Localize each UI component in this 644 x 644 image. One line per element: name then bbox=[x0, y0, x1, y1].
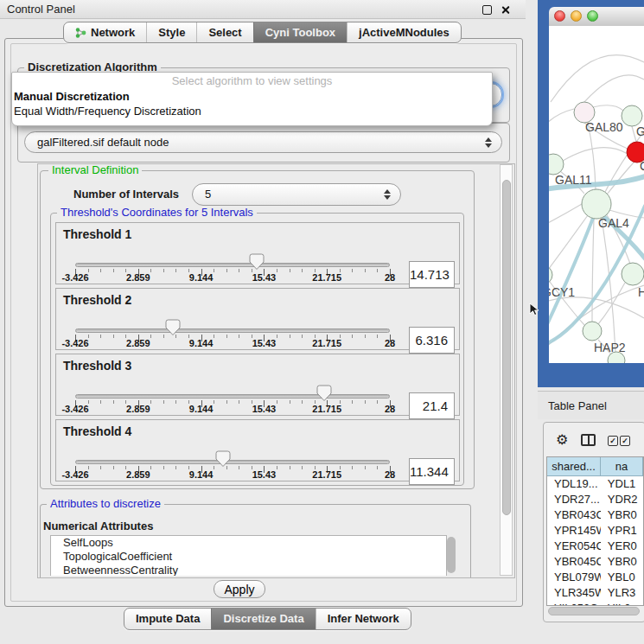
table-cell: YIL052C bbox=[547, 601, 601, 606]
table-row[interactable]: YDL19...YDL1 bbox=[547, 476, 643, 492]
table-row[interactable]: YER054CYER0 bbox=[547, 539, 643, 554]
attribute-item-topologicalcoefficient[interactable]: TopologicalCoefficient bbox=[51, 550, 446, 564]
threshold-panel-1: Threshold 1-3.4262.8599.14415.4321.71528… bbox=[55, 222, 460, 284]
table-cell: YER0 bbox=[601, 539, 643, 554]
table-horizontal-scrollbar[interactable] bbox=[548, 607, 640, 615]
tab-cyni-toolbox[interactable]: Cyni Toolbox bbox=[253, 22, 347, 42]
network-node-label: GAL4 bbox=[598, 216, 629, 230]
tab-discretize-data[interactable]: Discretize Data bbox=[211, 609, 315, 629]
table-column-header[interactable]: shared... bbox=[547, 457, 601, 476]
thresholds-group-title: Threshold's Coordinates for 5 Intervals bbox=[57, 207, 257, 219]
threshold-value-field[interactable]: 21.4 bbox=[409, 392, 455, 419]
threshold-slider-track[interactable] bbox=[75, 394, 390, 399]
tab-jactivemnodules[interactable]: jActiveMNodules bbox=[347, 22, 461, 42]
minimize-window-icon[interactable] bbox=[571, 10, 582, 22]
number-of-intervals-combobox[interactable]: 5 bbox=[192, 183, 401, 206]
slider-tick-labels: -3.4262.8599.14415.4321.71528 bbox=[75, 404, 390, 414]
discretize-tab-bar: Impute DataDiscretize DataInfer Network bbox=[124, 608, 411, 630]
network-graph: GAL80GCGAL11GAL4GCY1HHAP2 bbox=[549, 26, 644, 363]
table-row[interactable]: YBL079WYBL0 bbox=[547, 570, 643, 585]
dropdown-hint: Select algorithm to view settings bbox=[12, 73, 492, 89]
slider-thumb[interactable] bbox=[215, 450, 231, 468]
table-cell: YIL0 bbox=[601, 601, 643, 606]
table-row[interactable]: YLR345WYLR3 bbox=[547, 585, 643, 601]
table-cell: YBR0 bbox=[601, 507, 643, 523]
slider-thumb[interactable] bbox=[165, 319, 181, 336]
network-node-h[interactable] bbox=[622, 263, 644, 285]
float-window-icon[interactable] bbox=[482, 5, 492, 15]
tab-impute-data[interactable]: Impute Data bbox=[124, 609, 211, 629]
table-cell: YER054C bbox=[547, 539, 601, 554]
tab-style[interactable]: Style bbox=[146, 22, 196, 42]
close-window-icon[interactable] bbox=[554, 10, 565, 22]
dropdown-option-manual-discretization[interactable]: Manual Discretization bbox=[12, 89, 492, 104]
checkbox-icon[interactable]: ✓ bbox=[620, 436, 630, 446]
threshold-slider-track[interactable] bbox=[75, 328, 390, 333]
slider-thumb[interactable] bbox=[316, 385, 332, 402]
network-node-label: GAL80 bbox=[585, 120, 623, 134]
scrollbar-thumb[interactable] bbox=[502, 180, 511, 515]
table-row[interactable]: YBR045CYBR0 bbox=[547, 554, 643, 570]
network-view-canvas[interactable]: GAL80GCGAL11GAL4GCY1HHAP2 bbox=[549, 26, 644, 363]
attribute-item-betweennesscentrality[interactable]: BetweennessCentrality bbox=[51, 564, 446, 576]
tab-network[interactable]: Network bbox=[64, 22, 146, 42]
tab-infer-network[interactable]: Infer Network bbox=[316, 609, 411, 629]
table-cell: YPR145W bbox=[547, 523, 601, 539]
control-panel-title: Control Panel bbox=[7, 3, 75, 16]
threshold-panel-4: Threshold 4-3.4262.8599.14415.4321.71528… bbox=[55, 419, 460, 481]
node-attribute-table[interactable]: shared...na YDL19...YDL1YDR27...YDR2YBR0… bbox=[546, 456, 644, 606]
tab-select[interactable]: Select bbox=[196, 22, 252, 42]
network-node-hap2[interactable] bbox=[583, 322, 602, 341]
network-node-label: HAP2 bbox=[594, 341, 626, 354]
dropdown-option-equal-width-frequency-discretization[interactable]: Equal Width/Frequency Discretization bbox=[12, 104, 492, 118]
table-data-combobox[interactable]: galFiltered.sif default node bbox=[24, 131, 502, 153]
network-node-label: C bbox=[640, 159, 644, 173]
control-panel-titlebar[interactable]: Control Panel bbox=[0, 0, 526, 19]
network-node-gcy1[interactable] bbox=[549, 265, 552, 284]
threshold-slider-track[interactable] bbox=[75, 460, 390, 464]
number-of-intervals-value: 5 bbox=[205, 188, 211, 201]
table-cell: YBR043C bbox=[547, 507, 601, 523]
tab-label: Select bbox=[208, 23, 241, 42]
threshold-value-field[interactable]: 11.344 bbox=[409, 458, 455, 485]
network-edge bbox=[549, 297, 644, 318]
table-panel-title: Table Panel bbox=[548, 399, 607, 412]
table-panel-titlebar[interactable]: Table Panel bbox=[538, 391, 644, 419]
table-cell: YDL19... bbox=[547, 476, 601, 492]
table-row[interactable]: YIL052CYIL0 bbox=[547, 601, 643, 606]
table-cell: YDR2 bbox=[601, 492, 643, 507]
threshold-panel-2: Threshold 2-3.4262.8599.14415.4321.71528… bbox=[55, 288, 460, 350]
attribute-list-scrollbar[interactable] bbox=[447, 537, 456, 573]
gear-icon[interactable]: ⚙ bbox=[556, 431, 568, 449]
close-panel-icon[interactable] bbox=[501, 5, 510, 15]
threshold-label: Threshold 3 bbox=[63, 359, 131, 373]
tab-label: jActiveMNodules bbox=[359, 23, 450, 42]
network-edge bbox=[549, 109, 574, 128]
checkbox-icon[interactable]: ✓ bbox=[608, 436, 618, 446]
threshold-slider-track[interactable] bbox=[75, 263, 390, 267]
threshold-value-field[interactable]: 6.316 bbox=[409, 327, 455, 354]
network-node-label: GAL11 bbox=[555, 173, 592, 187]
tab-label: Style bbox=[158, 23, 185, 42]
attribute-item-selfloops[interactable]: SelfLoops bbox=[51, 536, 446, 550]
threshold-value-field[interactable]: 14.713 bbox=[409, 261, 455, 288]
network-node-g[interactable] bbox=[622, 105, 642, 126]
network-edge bbox=[584, 75, 644, 102]
combobox-arrows-icon bbox=[384, 188, 391, 201]
table-row[interactable]: YPR145WYPR1 bbox=[547, 523, 643, 539]
network-node-gal4[interactable] bbox=[582, 189, 611, 219]
settings-vertical-scrollbar[interactable] bbox=[500, 164, 513, 576]
threshold-panel-3: Threshold 3-3.4262.8599.14415.4321.71528… bbox=[55, 354, 460, 416]
network-edge bbox=[551, 55, 644, 102]
table-header-row: shared...na bbox=[547, 457, 643, 476]
maximize-window-icon[interactable] bbox=[587, 10, 598, 22]
table-row[interactable]: YBR043CYBR0 bbox=[547, 507, 643, 523]
numerical-attributes-list[interactable]: SelfLoopsTopologicalCoefficientBetweenne… bbox=[50, 535, 447, 576]
table-column-header[interactable]: na bbox=[601, 457, 643, 476]
slider-thumb[interactable] bbox=[249, 253, 265, 271]
table-row[interactable]: YDR27...YDR2 bbox=[547, 492, 643, 507]
apply-button[interactable]: Apply bbox=[214, 580, 265, 598]
column-view-icon[interactable] bbox=[581, 434, 596, 446]
threshold-label: Threshold 2 bbox=[63, 293, 131, 307]
combobox-arrows-icon bbox=[485, 137, 492, 149]
